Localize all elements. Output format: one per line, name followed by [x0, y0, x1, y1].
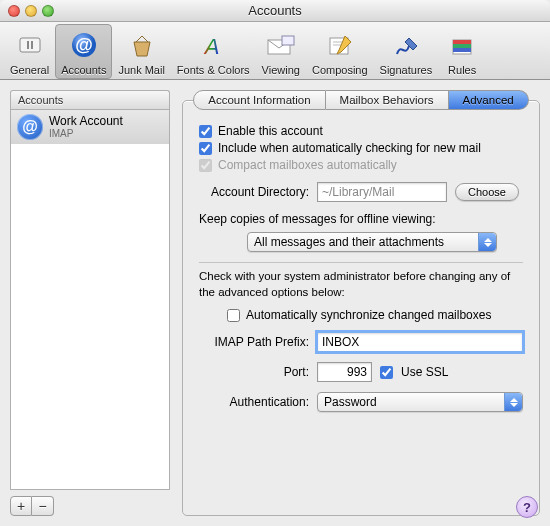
use-ssl-checkbox[interactable] — [380, 366, 393, 379]
toolbar-signatures[interactable]: Signatures — [374, 24, 439, 79]
authentication-value: Password — [324, 395, 377, 409]
include-check-label: Include when automatically checking for … — [218, 141, 481, 155]
svg-rect-12 — [453, 40, 471, 44]
enable-account-checkbox[interactable] — [199, 125, 212, 138]
at-icon: @ — [66, 29, 102, 63]
account-type: IMAP — [49, 128, 123, 139]
tab-mailbox-behaviors[interactable]: Mailbox Behaviors — [326, 90, 449, 110]
toolbar-accounts[interactable]: @ Accounts — [55, 24, 112, 79]
auto-sync-checkbox[interactable] — [227, 309, 240, 322]
include-check-checkbox[interactable] — [199, 142, 212, 155]
auto-sync-label: Automatically synchronize changed mailbo… — [246, 308, 491, 322]
use-ssl-label: Use SSL — [401, 365, 448, 379]
chevron-up-down-icon — [504, 393, 522, 411]
authentication-popup[interactable]: Password — [317, 392, 523, 412]
help-button[interactable]: ? — [516, 496, 538, 518]
offline-popup[interactable]: All messages and their attachments — [247, 232, 497, 252]
add-account-button[interactable]: + — [10, 496, 32, 516]
offline-value: All messages and their attachments — [254, 235, 444, 249]
port-field[interactable] — [317, 362, 372, 382]
toolbar-junk-mail[interactable]: Junk Mail — [112, 24, 170, 79]
sidebar-header: Accounts — [10, 90, 170, 109]
offline-label: Keep copies of messages for offline view… — [199, 212, 523, 226]
switch-icon — [12, 29, 48, 63]
accounts-list[interactable]: @ Work Account IMAP — [10, 109, 170, 490]
compose-icon — [322, 29, 358, 63]
envelope-view-icon — [263, 29, 299, 63]
imap-prefix-field[interactable] — [317, 332, 523, 352]
svg-rect-7 — [282, 36, 294, 45]
titlebar: Accounts — [0, 0, 550, 22]
advanced-pane: Enable this account Include when automat… — [182, 100, 540, 516]
remove-account-button[interactable]: − — [32, 496, 54, 516]
toolbar-fonts-colors[interactable]: A Fonts & Colors — [171, 24, 256, 79]
at-icon: @ — [17, 114, 43, 140]
svg-rect-14 — [453, 48, 471, 52]
font-icon: A — [195, 29, 231, 63]
svg-rect-2 — [31, 41, 33, 49]
tab-account-information[interactable]: Account Information — [193, 90, 325, 110]
preferences-toolbar: General @ Accounts Junk Mail A Fonts & C… — [0, 22, 550, 80]
account-row[interactable]: @ Work Account IMAP — [11, 110, 169, 144]
toolbar-general[interactable]: General — [4, 24, 55, 79]
svg-text:@: @ — [75, 35, 93, 55]
toolbar-composing[interactable]: Composing — [306, 24, 374, 79]
admin-note: Check with your system administrator bef… — [199, 269, 523, 300]
port-label: Port: — [199, 365, 309, 379]
tab-advanced[interactable]: Advanced — [449, 90, 529, 110]
account-directory-field — [317, 182, 447, 202]
imap-prefix-label: IMAP Path Prefix: — [199, 335, 309, 349]
window-title: Accounts — [0, 3, 550, 18]
signature-icon — [388, 29, 424, 63]
rules-icon — [444, 29, 480, 63]
compact-mailboxes-checkbox — [199, 159, 212, 172]
svg-rect-13 — [453, 44, 471, 48]
svg-text:A: A — [203, 34, 220, 59]
svg-rect-0 — [20, 38, 40, 52]
choose-directory-button[interactable]: Choose — [455, 183, 519, 201]
toolbar-rules[interactable]: Rules — [438, 24, 486, 79]
chevron-up-down-icon — [478, 233, 496, 251]
authentication-label: Authentication: — [199, 395, 309, 409]
compact-mailboxes-label: Compact mailboxes automatically — [218, 158, 397, 172]
account-directory-label: Account Directory: — [199, 185, 309, 199]
enable-account-label: Enable this account — [218, 124, 323, 138]
account-name: Work Account — [49, 115, 123, 128]
toolbar-viewing[interactable]: Viewing — [256, 24, 306, 79]
svg-rect-1 — [27, 41, 29, 49]
recycle-bin-icon — [124, 29, 160, 63]
